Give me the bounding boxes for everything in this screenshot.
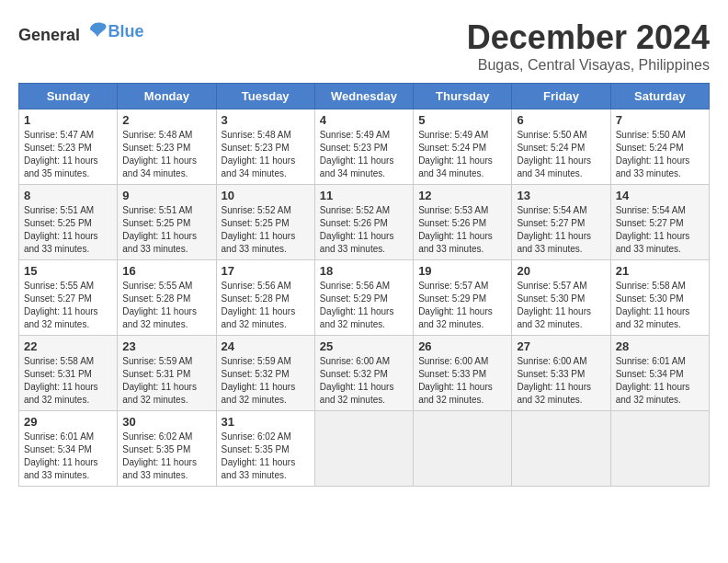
day-info: Sunrise: 6:01 AMSunset: 5:34 PMDaylight:… xyxy=(616,356,690,405)
calendar-cell: 31Sunrise: 6:02 AMSunset: 5:35 PMDayligh… xyxy=(216,411,314,487)
day-number: 22 xyxy=(24,339,112,353)
calendar-cell: 10Sunrise: 5:52 AMSunset: 5:25 PMDayligh… xyxy=(216,185,314,260)
calendar-cell: 8Sunrise: 5:51 AMSunset: 5:25 PMDaylight… xyxy=(19,185,118,260)
day-number: 29 xyxy=(24,415,112,429)
day-number: 30 xyxy=(122,415,210,429)
day-info: Sunrise: 5:49 AMSunset: 5:23 PMDaylight:… xyxy=(320,130,394,178)
calendar-cell xyxy=(512,411,610,487)
day-number: 16 xyxy=(122,264,210,278)
logo-general: General xyxy=(18,26,80,44)
day-info: Sunrise: 5:49 AMSunset: 5:24 PMDaylight:… xyxy=(418,130,493,178)
weekday-header-monday: Monday xyxy=(118,84,216,109)
day-info: Sunrise: 5:56 AMSunset: 5:29 PMDaylight:… xyxy=(320,281,394,329)
calendar-table: SundayMondayTuesdayWednesdayThursdayFrid… xyxy=(18,83,710,487)
calendar-cell xyxy=(610,411,709,487)
calendar-cell: 21Sunrise: 5:58 AMSunset: 5:30 PMDayligh… xyxy=(610,260,709,336)
calendar-cell: 13Sunrise: 5:54 AMSunset: 5:27 PMDayligh… xyxy=(512,185,610,260)
day-info: Sunrise: 5:59 AMSunset: 5:32 PMDaylight:… xyxy=(222,356,296,405)
calendar-cell: 18Sunrise: 5:56 AMSunset: 5:29 PMDayligh… xyxy=(314,260,413,336)
day-number: 12 xyxy=(418,189,506,202)
main-title: December 2024 xyxy=(467,18,710,57)
day-info: Sunrise: 5:50 AMSunset: 5:24 PMDaylight:… xyxy=(517,130,591,178)
calendar-cell: 29Sunrise: 6:01 AMSunset: 5:34 PMDayligh… xyxy=(19,411,118,487)
day-number: 1 xyxy=(24,113,112,127)
calendar-cell: 4Sunrise: 5:49 AMSunset: 5:23 PMDaylight… xyxy=(314,109,413,185)
calendar-cell: 14Sunrise: 5:54 AMSunset: 5:27 PMDayligh… xyxy=(610,185,709,260)
header-row: SundayMondayTuesdayWednesdayThursdayFrid… xyxy=(19,84,710,109)
calendar-cell: 6Sunrise: 5:50 AMSunset: 5:24 PMDaylight… xyxy=(512,109,610,185)
day-info: Sunrise: 5:57 AMSunset: 5:30 PMDaylight:… xyxy=(517,281,591,329)
subtitle: Bugas, Central Visayas, Philippines xyxy=(467,57,710,74)
day-info: Sunrise: 5:57 AMSunset: 5:29 PMDaylight:… xyxy=(418,281,493,329)
day-number: 31 xyxy=(222,415,310,429)
calendar-week-1: 1Sunrise: 5:47 AMSunset: 5:23 PMDaylight… xyxy=(19,109,710,185)
day-info: Sunrise: 5:53 AMSunset: 5:26 PMDaylight:… xyxy=(418,205,493,254)
calendar-cell: 24Sunrise: 5:59 AMSunset: 5:32 PMDayligh… xyxy=(216,336,314,411)
day-number: 4 xyxy=(320,113,408,127)
logo: General Blue xyxy=(18,18,144,45)
day-info: Sunrise: 5:51 AMSunset: 5:25 PMDaylight:… xyxy=(122,205,197,254)
logo-icon xyxy=(86,18,108,40)
day-info: Sunrise: 6:00 AMSunset: 5:33 PMDaylight:… xyxy=(418,356,493,405)
header: General Blue December 2024 Bugas, Centra… xyxy=(18,18,710,74)
calendar-cell: 27Sunrise: 6:00 AMSunset: 5:33 PMDayligh… xyxy=(512,336,610,411)
calendar-week-3: 15Sunrise: 5:55 AMSunset: 5:27 PMDayligh… xyxy=(19,260,710,336)
day-number: 27 xyxy=(517,339,605,353)
day-number: 8 xyxy=(24,189,112,202)
calendar-cell: 17Sunrise: 5:56 AMSunset: 5:28 PMDayligh… xyxy=(216,260,314,336)
weekday-header-thursday: Thursday xyxy=(414,84,512,109)
calendar-cell xyxy=(414,411,512,487)
day-info: Sunrise: 5:48 AMSunset: 5:23 PMDaylight:… xyxy=(222,130,296,178)
day-info: Sunrise: 5:54 AMSunset: 5:27 PMDaylight:… xyxy=(616,205,690,254)
day-info: Sunrise: 5:58 AMSunset: 5:31 PMDaylight:… xyxy=(24,356,98,405)
weekday-header-tuesday: Tuesday xyxy=(216,84,314,109)
calendar-cell: 16Sunrise: 5:55 AMSunset: 5:28 PMDayligh… xyxy=(118,260,216,336)
day-number: 25 xyxy=(320,339,408,353)
calendar-cell: 1Sunrise: 5:47 AMSunset: 5:23 PMDaylight… xyxy=(19,109,118,185)
day-number: 5 xyxy=(418,113,506,127)
day-info: Sunrise: 5:52 AMSunset: 5:25 PMDaylight:… xyxy=(222,205,296,254)
day-info: Sunrise: 5:47 AMSunset: 5:23 PMDaylight:… xyxy=(24,130,98,178)
calendar-cell: 23Sunrise: 5:59 AMSunset: 5:31 PMDayligh… xyxy=(118,336,216,411)
weekday-header-wednesday: Wednesday xyxy=(314,84,413,109)
calendar-cell: 30Sunrise: 6:02 AMSunset: 5:35 PMDayligh… xyxy=(118,411,216,487)
day-info: Sunrise: 5:55 AMSunset: 5:27 PMDaylight:… xyxy=(24,281,98,329)
calendar-cell: 22Sunrise: 5:58 AMSunset: 5:31 PMDayligh… xyxy=(19,336,118,411)
day-info: Sunrise: 6:01 AMSunset: 5:34 PMDaylight:… xyxy=(24,431,98,480)
day-info: Sunrise: 6:00 AMSunset: 5:32 PMDaylight:… xyxy=(320,356,394,405)
calendar-cell: 15Sunrise: 5:55 AMSunset: 5:27 PMDayligh… xyxy=(19,260,118,336)
calendar-cell: 19Sunrise: 5:57 AMSunset: 5:29 PMDayligh… xyxy=(414,260,512,336)
calendar-cell: 11Sunrise: 5:52 AMSunset: 5:26 PMDayligh… xyxy=(314,185,413,260)
weekday-header-saturday: Saturday xyxy=(610,84,709,109)
calendar-cell: 26Sunrise: 6:00 AMSunset: 5:33 PMDayligh… xyxy=(414,336,512,411)
weekday-header-friday: Friday xyxy=(512,84,610,109)
calendar-week-4: 22Sunrise: 5:58 AMSunset: 5:31 PMDayligh… xyxy=(19,336,710,411)
day-info: Sunrise: 5:58 AMSunset: 5:30 PMDaylight:… xyxy=(616,281,690,329)
day-number: 14 xyxy=(616,189,704,202)
day-number: 13 xyxy=(517,189,605,202)
day-info: Sunrise: 5:56 AMSunset: 5:28 PMDaylight:… xyxy=(222,281,296,329)
day-number: 21 xyxy=(616,264,704,278)
day-number: 18 xyxy=(320,264,408,278)
day-info: Sunrise: 5:52 AMSunset: 5:26 PMDaylight:… xyxy=(320,205,394,254)
day-info: Sunrise: 5:48 AMSunset: 5:23 PMDaylight:… xyxy=(122,130,197,178)
day-number: 7 xyxy=(616,113,704,127)
day-number: 23 xyxy=(122,339,210,353)
calendar-cell: 5Sunrise: 5:49 AMSunset: 5:24 PMDaylight… xyxy=(414,109,512,185)
day-number: 10 xyxy=(222,189,310,202)
weekday-header-sunday: Sunday xyxy=(19,84,118,109)
calendar-cell: 7Sunrise: 5:50 AMSunset: 5:24 PMDaylight… xyxy=(610,109,709,185)
day-number: 11 xyxy=(320,189,408,202)
day-number: 28 xyxy=(616,339,704,353)
calendar-cell: 2Sunrise: 5:48 AMSunset: 5:23 PMDaylight… xyxy=(118,109,216,185)
day-number: 15 xyxy=(24,264,112,278)
day-info: Sunrise: 6:00 AMSunset: 5:33 PMDaylight:… xyxy=(517,356,591,405)
calendar-cell: 28Sunrise: 6:01 AMSunset: 5:34 PMDayligh… xyxy=(610,336,709,411)
day-number: 24 xyxy=(222,339,310,353)
day-number: 17 xyxy=(222,264,310,278)
day-number: 26 xyxy=(418,339,506,353)
day-info: Sunrise: 6:02 AMSunset: 5:35 PMDaylight:… xyxy=(122,431,197,480)
day-info: Sunrise: 5:55 AMSunset: 5:28 PMDaylight:… xyxy=(122,281,197,329)
day-number: 9 xyxy=(122,189,210,202)
day-number: 19 xyxy=(418,264,506,278)
